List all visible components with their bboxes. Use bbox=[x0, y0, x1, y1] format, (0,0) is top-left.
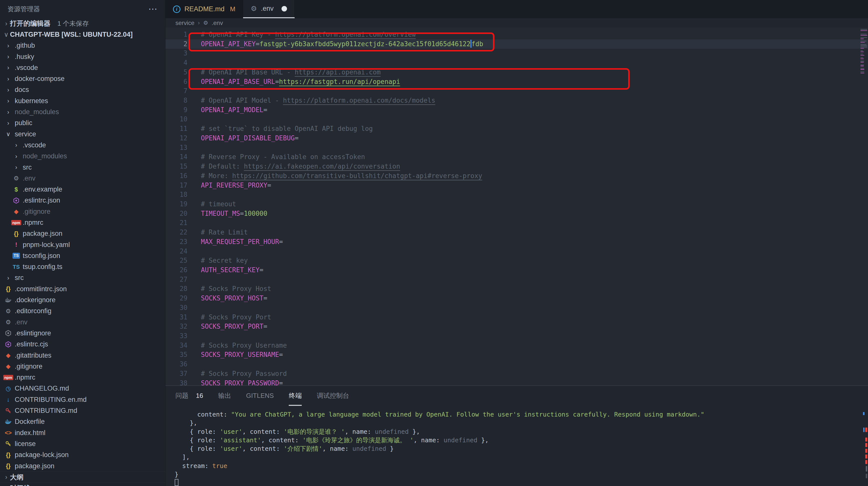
tree-file-CONTRIBUTING.en.md[interactable]: ↓CONTRIBUTING.en.md bbox=[0, 394, 165, 405]
editor-line-5[interactable]: 5# OpenAI API Base URL - https://api.ope… bbox=[165, 68, 868, 77]
tree-file-.npmrc[interactable]: npm.npmrc bbox=[0, 217, 165, 228]
editor-line-25[interactable]: 25# Secret key bbox=[165, 256, 868, 265]
minimap[interactable] bbox=[860, 27, 868, 385]
dirty-dot-icon[interactable] bbox=[281, 6, 287, 11]
editor-line-7[interactable]: 7 bbox=[165, 86, 868, 96]
open-editors-section[interactable]: › 打开的编辑器 1 个未保存 bbox=[0, 18, 165, 29]
tree-file-tsconfig.json[interactable]: TStsconfig.json bbox=[0, 250, 165, 261]
tree-file-.editorconfig[interactable]: ⚙.editorconfig bbox=[0, 306, 165, 317]
workspace-section[interactable]: ∨ CHATGPT-WEB [WSL: UBUNTU-22.04] bbox=[0, 29, 165, 40]
breadcrumb-env[interactable]: .env bbox=[212, 20, 223, 26]
code-editor[interactable]: 1# OpenAI API Key - https://platform.ope… bbox=[165, 27, 868, 385]
editor-line-27[interactable]: 27 bbox=[165, 275, 868, 284]
editor-line-18[interactable]: 18 bbox=[165, 190, 868, 200]
editor-line-34[interactable]: 34# Socks Proxy Username bbox=[165, 341, 868, 350]
tree-file-.eslintrc.json[interactable]: .eslintrc.json bbox=[0, 195, 165, 206]
panel-tab-GITLENS[interactable]: GITLENS bbox=[246, 386, 274, 406]
editor-line-32[interactable]: 32SOCKS_PROXY_PORT= bbox=[165, 322, 868, 332]
panel-tab-终端[interactable]: 终端 bbox=[289, 386, 302, 406]
panel-tab-调试控制台[interactable]: 调试控制台 bbox=[317, 386, 349, 406]
editor-line-29[interactable]: 29SOCKS_PROXY_HOST= bbox=[165, 294, 868, 303]
panel-tab-label: 终端 bbox=[289, 391, 302, 400]
editor-line-36[interactable]: 36 bbox=[165, 360, 868, 369]
tree-file-CONTRIBUTING.md[interactable]: CONTRIBUTING.md bbox=[0, 405, 165, 416]
editor-line-28[interactable]: 28# Socks Proxy Host bbox=[165, 284, 868, 294]
tree-file-CHANGELOG.md[interactable]: ◷CHANGELOG.md bbox=[0, 383, 165, 394]
breadcrumb-service[interactable]: service bbox=[176, 20, 194, 26]
tree-file-package.json[interactable]: {}package.json bbox=[0, 228, 165, 239]
editor-line-3[interactable]: 3 bbox=[165, 49, 868, 58]
tree-folder-.github[interactable]: ›.github bbox=[0, 40, 165, 51]
tree-file-.env[interactable]: ⚙.env bbox=[0, 173, 165, 184]
tree-file-.commitlintrc.json[interactable]: {}.commitlintrc.json bbox=[0, 283, 165, 294]
editor-line-24[interactable]: 24 bbox=[165, 247, 868, 256]
terminal-line-1: content: "You are ChatGPT, a large langu… bbox=[175, 410, 868, 419]
tree-folder-public[interactable]: ›public bbox=[0, 118, 165, 128]
outline-section[interactable]: › 大纲 bbox=[0, 471, 165, 483]
editor-line-22[interactable]: 22# Rate Limit bbox=[165, 228, 868, 237]
tab-readme[interactable]: i README.md M bbox=[165, 0, 243, 18]
tree-file-license[interactable]: license bbox=[0, 438, 165, 449]
panel-tab-输出[interactable]: 输出 bbox=[218, 386, 231, 406]
editor-line-9[interactable]: 9OPENAI_API_MODEL= bbox=[165, 105, 868, 115]
line-number: 34 bbox=[165, 341, 187, 350]
minimap-line bbox=[861, 73, 864, 74]
tree-file-Dockerfile[interactable]: Dockerfile bbox=[0, 416, 165, 427]
editor-line-13[interactable]: 13 bbox=[165, 143, 868, 152]
tree-folder-.vscode[interactable]: ›.vscode bbox=[0, 62, 165, 73]
editor-line-31[interactable]: 31# Socks Proxy Port bbox=[165, 313, 868, 322]
editor-line-10[interactable]: 10 bbox=[165, 115, 868, 124]
editor-line-14[interactable]: 14# Reverse Proxy - Available on accessT… bbox=[165, 152, 868, 162]
tree-folder-service[interactable]: ∨service bbox=[0, 128, 165, 140]
editor-line-30[interactable]: 30 bbox=[165, 303, 868, 313]
tree-folder-docs[interactable]: ›docs bbox=[0, 84, 165, 95]
editor-line-16[interactable]: 16# More: https://github.com/transitive-… bbox=[165, 171, 868, 181]
editor-line-6[interactable]: 6OPENAI_API_BASE_URL=https://fastgpt.run… bbox=[165, 77, 868, 87]
tree-folder-docker-compose[interactable]: ›docker-compose bbox=[0, 73, 165, 84]
panel-tab-问题[interactable]: 问题16 bbox=[176, 386, 203, 406]
tree-file-pnpm-lock.yaml[interactable]: !pnpm-lock.yaml bbox=[0, 239, 165, 250]
tree-file-.dockerignore[interactable]: .dockerignore bbox=[0, 294, 165, 306]
editor-line-23[interactable]: 23MAX_REQUEST_PER_HOUR= bbox=[165, 237, 868, 247]
timeline-section[interactable]: › 时间线 bbox=[0, 483, 165, 486]
editor-line-33[interactable]: 33 bbox=[165, 332, 868, 341]
tree-file-package-lock.json[interactable]: {}package-lock.json bbox=[0, 450, 165, 460]
editor-line-12[interactable]: 12OPENAI_API_DISABLE_DEBUG= bbox=[165, 134, 868, 143]
tree-file-tsup.config.ts[interactable]: TStsup.config.ts bbox=[0, 261, 165, 273]
editor-line-37[interactable]: 37# Socks Proxy Password bbox=[165, 369, 868, 379]
tree-file-.eslintignore[interactable]: .eslintignore bbox=[0, 328, 165, 339]
editor-line-8[interactable]: 8# OpenAI API Model - https://platform.o… bbox=[165, 96, 868, 105]
tree-file-.eslintrc.cjs[interactable]: .eslintrc.cjs bbox=[0, 339, 165, 350]
tree-file-.gitattributes[interactable]: ◆.gitattributes bbox=[0, 350, 165, 361]
terminal[interactable]: content: "You are ChatGPT, a large langu… bbox=[165, 406, 868, 486]
editor-line-21[interactable]: 21 bbox=[165, 218, 868, 228]
tree-file-package.json[interactable]: {}package.json bbox=[0, 460, 165, 471]
more-actions-icon[interactable]: ⋯ bbox=[148, 4, 158, 14]
arrow-down-icon: ↓ bbox=[4, 396, 12, 403]
tree-file-.env[interactable]: ⚙.env bbox=[0, 317, 165, 328]
tree-file-.gitignore[interactable]: ◆.gitignore bbox=[0, 206, 165, 217]
tree-folder-kubernetes[interactable]: ›kubernetes bbox=[0, 95, 165, 106]
editor-line-2[interactable]: 2OPENAI_API_KEY=fastgpt-y6b3axfbdd5wyp01… bbox=[165, 39, 868, 49]
tree-folder-src[interactable]: ›src bbox=[0, 273, 165, 283]
tree-file-index.html[interactable]: <>index.html bbox=[0, 427, 165, 438]
tree-file-.npmrc[interactable]: npm.npmrc bbox=[0, 372, 165, 383]
tree-folder-node_modules[interactable]: ›node_modules bbox=[0, 151, 165, 162]
editor-line-1[interactable]: 1# OpenAI API Key - https://platform.ope… bbox=[165, 30, 868, 39]
tree-file-.gitignore[interactable]: ◆.gitignore bbox=[0, 361, 165, 372]
editor-line-35[interactable]: 35SOCKS_PROXY_USERNAME= bbox=[165, 350, 868, 360]
tab-env[interactable]: ⚙ .env bbox=[243, 0, 295, 18]
tree-file-.env.example[interactable]: $.env.example bbox=[0, 184, 165, 195]
editor-line-17[interactable]: 17API_REVERSE_PROXY= bbox=[165, 181, 868, 190]
tree-folder-node_modules[interactable]: ›node_modules bbox=[0, 106, 165, 117]
editor-line-38[interactable]: 38SOCKS_PROXY_PASSWORD= bbox=[165, 379, 868, 385]
tree-folder-.husky[interactable]: ›.husky bbox=[0, 51, 165, 62]
tree-folder-.vscode[interactable]: ›.vscode bbox=[0, 140, 165, 151]
editor-line-26[interactable]: 26AUTH_SECRET_KEY= bbox=[165, 265, 868, 275]
editor-line-15[interactable]: 15# Default: https://ai.fakeopen.com/api… bbox=[165, 162, 868, 171]
editor-line-11[interactable]: 11# set `true` to disable OpenAI API deb… bbox=[165, 124, 868, 134]
editor-line-20[interactable]: 20TIMEOUT_MS=100000 bbox=[165, 209, 868, 219]
tree-folder-src[interactable]: ›src bbox=[0, 162, 165, 173]
editor-line-19[interactable]: 19# timeout bbox=[165, 200, 868, 209]
editor-line-4[interactable]: 4 bbox=[165, 58, 868, 68]
